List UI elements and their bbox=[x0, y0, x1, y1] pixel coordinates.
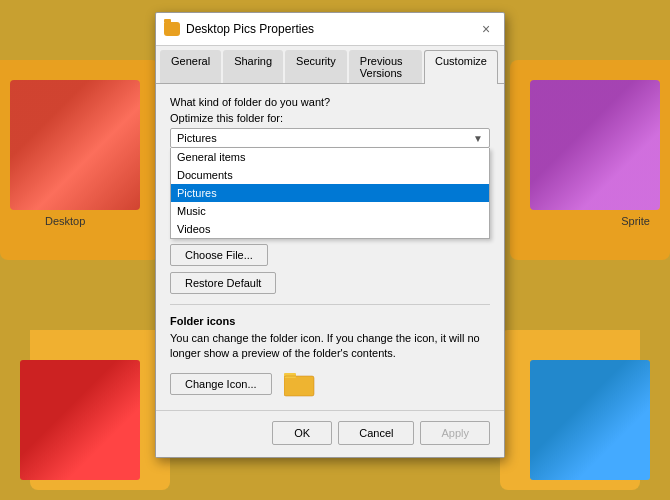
svg-rect-2 bbox=[284, 373, 296, 378]
tab-security[interactable]: Security bbox=[285, 50, 347, 83]
change-icon-button[interactable]: Change Icon... bbox=[170, 373, 272, 395]
folder-icon-row: Change Icon... bbox=[170, 370, 490, 398]
dropdown-selected-value: Pictures bbox=[177, 132, 473, 144]
section-title: What kind of folder do you want? bbox=[170, 96, 490, 108]
folder-icons-section: Folder icons You can change the folder i… bbox=[170, 315, 490, 398]
bg-folder-bottom-left-img bbox=[20, 360, 140, 480]
optimize-dropdown-wrapper: Pictures ▼ General items Documents Pictu… bbox=[170, 128, 490, 148]
dropdown-item-documents[interactable]: Documents bbox=[171, 166, 489, 184]
dropdown-item-videos[interactable]: Videos bbox=[171, 220, 489, 238]
dropdown-item-pictures[interactable]: Pictures bbox=[171, 184, 489, 202]
bg-image-left bbox=[10, 80, 140, 210]
cancel-button[interactable]: Cancel bbox=[338, 421, 414, 445]
tab-content: What kind of folder do you want? Optimiz… bbox=[156, 84, 504, 410]
bg-folder-bottom-right-img bbox=[530, 360, 650, 480]
properties-dialog: Desktop Pics Properties × General Sharin… bbox=[155, 12, 505, 458]
restore-default-wrapper: Restore Default bbox=[170, 272, 490, 294]
ok-button[interactable]: OK bbox=[272, 421, 332, 445]
dialog-footer: OK Cancel Apply bbox=[156, 410, 504, 457]
dropdown-arrow-icon: ▼ bbox=[473, 133, 483, 144]
tab-general[interactable]: General bbox=[160, 50, 221, 83]
dropdown-item-general[interactable]: General items bbox=[171, 148, 489, 166]
folder-title-icon bbox=[164, 22, 180, 36]
tab-previous-versions[interactable]: Previous Versions bbox=[349, 50, 422, 83]
tab-sharing[interactable]: Sharing bbox=[223, 50, 283, 83]
apply-button[interactable]: Apply bbox=[420, 421, 490, 445]
optimize-dropdown[interactable]: Pictures ▼ bbox=[170, 128, 490, 148]
svg-rect-1 bbox=[284, 376, 314, 396]
title-bar-left: Desktop Pics Properties bbox=[164, 22, 314, 36]
folder-icon-preview bbox=[284, 370, 316, 398]
tab-customize[interactable]: Customize bbox=[424, 50, 498, 84]
folder-icons-label: Folder icons bbox=[170, 315, 490, 327]
restore-default-button[interactable]: Restore Default bbox=[170, 272, 276, 294]
folder-icons-description: You can change the folder icon. If you c… bbox=[170, 331, 490, 362]
tabs-bar: General Sharing Security Previous Versio… bbox=[156, 46, 504, 84]
dropdown-item-music[interactable]: Music bbox=[171, 202, 489, 220]
dialog-title: Desktop Pics Properties bbox=[186, 22, 314, 36]
bg-image-right bbox=[530, 80, 660, 210]
bg-label-right: Sprite bbox=[621, 215, 650, 227]
choose-file-button[interactable]: Choose File... bbox=[170, 244, 268, 266]
close-button[interactable]: × bbox=[476, 19, 496, 39]
dropdown-list: General items Documents Pictures Music V… bbox=[170, 148, 490, 239]
bg-label-left: Desktop bbox=[45, 215, 85, 227]
choose-file-buttons: Choose File... bbox=[170, 244, 490, 266]
optimize-label: Optimize this folder for: bbox=[170, 112, 490, 124]
divider bbox=[170, 304, 490, 305]
title-bar: Desktop Pics Properties × bbox=[156, 13, 504, 46]
